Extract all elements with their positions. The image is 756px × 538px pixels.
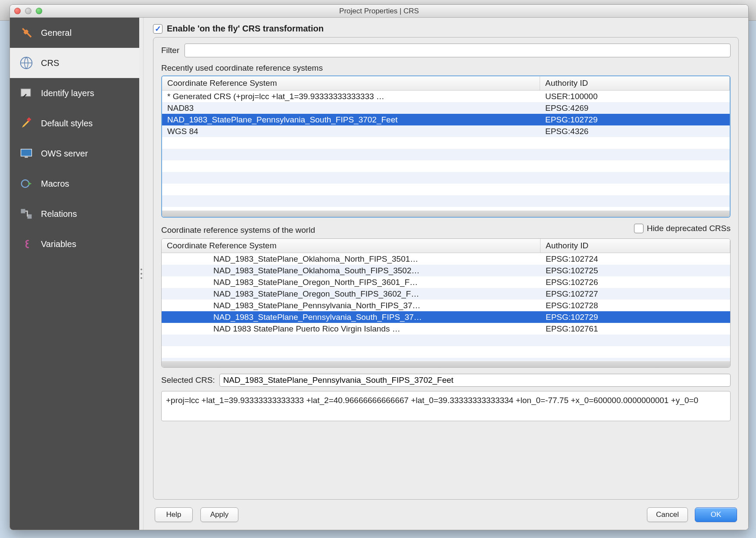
sidebar-item-crs[interactable]: CRS [10,48,139,78]
apply-button[interactable]: Apply [200,507,238,522]
hide-deprecated-label: Hide deprecated CRSs [647,224,731,233]
world-table-body[interactable]: NAD_1983_StatePlane_Oklahoma_North_FIPS_… [162,253,730,361]
gear-play-icon [19,176,34,191]
table-header: Coordinate Reference System Authority ID [162,76,730,91]
table-row[interactable]: * Generated CRS (+proj=lcc +lat_1=39.933… [162,91,730,102]
svg-marker-6 [28,182,32,185]
dialog-titlebar[interactable]: Project Properties | CRS [10,5,748,18]
crs-name-cell: NAD_1983_StatePlane_Pennsylvania_North_F… [162,301,540,310]
selected-crs-field[interactable] [219,374,731,387]
selected-crs-label: Selected CRS: [161,375,215,385]
sidebar-item-label: OWS server [41,149,88,159]
table-row[interactable]: WGS 84EPSG:4326 [162,125,730,137]
minimize-icon[interactable] [25,8,31,14]
table-row-empty [162,335,730,346]
cancel-button[interactable]: Cancel [647,507,688,522]
content-area: Enable 'on the fly' CRS transformation F… [144,18,748,530]
sidebar-item-default-styles[interactable]: Default styles [10,108,139,138]
crs-name-cell: NAD_1983_StatePlane_Oregon_South_FIPS_36… [162,289,540,299]
table-row[interactable]: NAD_1983_StatePlane_Oklahoma_South_FIPS_… [162,265,730,276]
enable-otf-checkbox[interactable] [153,24,162,34]
enable-otf-label: Enable 'on the fly' CRS transformation [167,24,324,34]
table-row-empty [162,346,730,358]
table-row[interactable]: NAD_1983_StatePlane_Oregon_North_FIPS_36… [162,276,730,288]
authority-id-cell: EPSG:102729 [540,115,730,125]
wrench-icon [19,25,34,41]
horizontal-scrollbar[interactable] [162,361,730,367]
sidebar-item-identify-layers[interactable]: Identify layers [10,78,139,108]
table-row-empty [162,160,730,172]
authority-id-cell: EPSG:102729 [540,313,730,322]
splitter-handle[interactable] [139,18,144,530]
crs-name-cell: NAD_1983_StatePlane_Pennsylvania_South_F… [162,313,540,322]
table-row[interactable]: NAD_1983_StatePlane_Pennsylvania_North_F… [162,300,730,311]
ok-button[interactable]: OK [695,507,737,522]
sidebar-item-label: Relations [41,209,77,219]
hide-deprecated-checkbox[interactable] [634,224,644,233]
table-row-empty [162,184,730,195]
crs-name-cell: NAD_1983_StatePlane_Pennsylvania_South_F… [162,115,540,125]
authority-id-cell: EPSG:102727 [540,289,730,299]
world-label: Coordinate reference systems of the worl… [161,225,315,235]
crs-name-cell: WGS 84 [162,127,540,136]
sidebar-item-general[interactable]: General [10,18,139,48]
table-header: Coordinate Reference System Authority ID [162,239,730,253]
table-row[interactable]: NAD83EPSG:4269 [162,102,730,114]
filter-label: Filter [161,46,179,55]
dialog-body: General CRS Identify layers Default styl… [10,18,748,530]
horizontal-scrollbar[interactable] [162,210,730,217]
table-row[interactable]: NAD 1983 StatePlane Puerto Rico Virgin I… [162,323,730,335]
button-bar: Help Apply Cancel OK [144,500,748,530]
sidebar: General CRS Identify layers Default styl… [10,18,139,530]
crs-name-cell: NAD_1983_StatePlane_Oklahoma_North_FIPS_… [162,254,540,264]
column-header-authority[interactable]: Authority ID [540,239,730,253]
recent-label: Recently used coordinate reference syste… [161,63,731,73]
sidebar-item-variables[interactable]: Variables [10,229,139,259]
sidebar-item-label: CRS [41,58,59,68]
world-header-row: Coordinate reference systems of the worl… [161,224,731,237]
table-row-empty [162,358,730,361]
table-row-empty [162,149,730,160]
globe-icon [19,55,34,71]
table-row[interactable]: NAD_1983_StatePlane_Pennsylvania_South_F… [162,114,730,125]
filter-input[interactable] [184,44,731,57]
dialog-title: Project Properties | CRS [10,7,748,16]
svg-rect-4 [25,157,28,158]
hide-deprecated-row: Hide deprecated CRSs [634,224,731,233]
zoom-icon[interactable] [36,8,42,14]
sidebar-item-relations[interactable]: Relations [10,199,139,229]
column-header-crs[interactable]: Coordinate Reference System [162,239,540,253]
crs-name-cell: NAD_1983_StatePlane_Oregon_North_FIPS_36… [162,278,540,287]
enable-otf-row: Enable 'on the fly' CRS transformation [153,24,739,34]
recent-crs-table: Coordinate Reference System Authority ID… [161,75,731,218]
crs-name-cell: * Generated CRS (+proj=lcc +lat_1=39.933… [162,92,540,101]
svg-rect-7 [21,209,25,213]
svg-rect-3 [21,149,32,156]
svg-rect-8 [28,214,32,219]
paintbrush-icon [19,116,34,131]
crs-panel: Filter Recently used coordinate referenc… [153,37,739,500]
recent-table-body[interactable]: * Generated CRS (+proj=lcc +lat_1=39.933… [162,91,730,210]
table-row[interactable]: NAD_1983_StatePlane_Oklahoma_North_FIPS_… [162,253,730,265]
sidebar-item-label: Macros [41,179,69,189]
authority-id-cell: EPSG:102728 [540,301,730,310]
sidebar-item-label: Default styles [41,119,93,128]
authority-id-cell: EPSG:102761 [540,324,730,334]
epsilon-icon [19,236,34,252]
close-icon[interactable] [14,8,21,14]
traffic-lights [14,8,42,14]
sidebar-item-macros[interactable]: Macros [10,169,139,199]
authority-id-cell: EPSG:102726 [540,278,730,287]
crs-name-cell: NAD 1983 StatePlane Puerto Rico Virgin I… [162,324,540,334]
table-row[interactable]: NAD_1983_StatePlane_Pennsylvania_South_F… [162,311,730,323]
column-header-crs[interactable]: Coordinate Reference System [162,76,540,90]
table-row[interactable]: NAD_1983_StatePlane_Oregon_South_FIPS_36… [162,288,730,300]
world-crs-table: Coordinate Reference System Authority ID… [161,238,731,368]
sidebar-item-ows-server[interactable]: OWS server [10,138,139,169]
column-header-authority[interactable]: Authority ID [540,76,730,90]
table-row-empty [162,172,730,184]
crs-name-cell: NAD_1983_StatePlane_Oklahoma_South_FIPS_… [162,266,540,275]
project-properties-dialog: Project Properties | CRS General CRS Ide… [9,4,749,530]
help-button[interactable]: Help [155,507,193,522]
table-row-empty [162,137,730,149]
